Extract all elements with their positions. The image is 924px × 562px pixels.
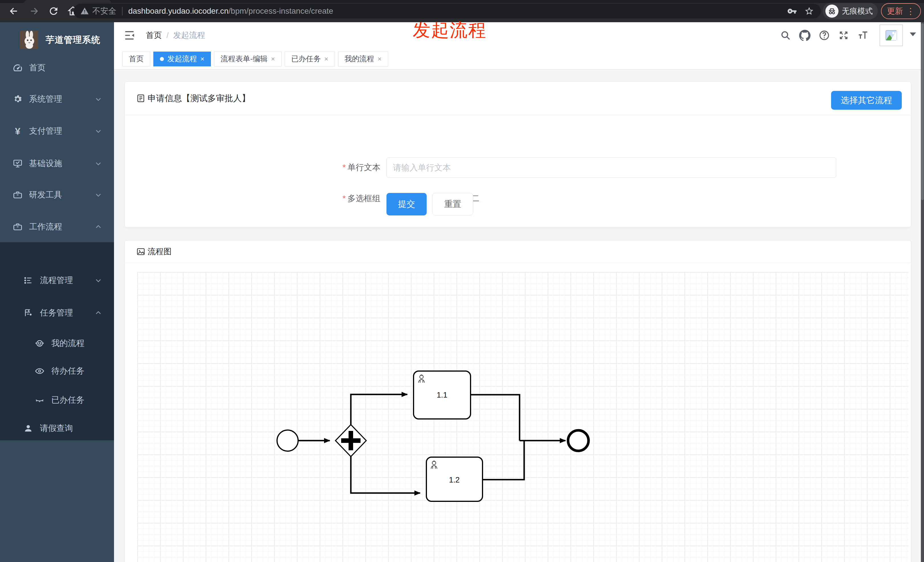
chevron-down-icon xyxy=(94,191,102,199)
close-icon[interactable]: × xyxy=(378,55,382,63)
person-icon xyxy=(23,424,33,433)
sidebar-item-my-process[interactable]: 我的流程 xyxy=(0,329,114,358)
passkey-icon[interactable] xyxy=(787,6,797,16)
reload-icon[interactable] xyxy=(48,5,59,17)
sidebar-item-label: 研发工具 xyxy=(29,189,62,201)
single-line-text-input[interactable] xyxy=(387,157,836,178)
browser-tabstrip xyxy=(0,0,924,3)
sidebar-item-devtools[interactable]: 研发工具 xyxy=(0,180,114,210)
chrome-update-button[interactable]: 更新 ⋮ xyxy=(881,3,921,19)
bookmark-star-icon[interactable] xyxy=(804,6,814,16)
insecure-warning-icon[interactable] xyxy=(80,7,89,15)
flow-gateway-to-task2 xyxy=(351,457,420,493)
close-icon[interactable]: × xyxy=(324,55,328,63)
form-row-text: *单行文本 xyxy=(125,157,836,178)
fullscreen-icon[interactable] xyxy=(838,30,849,41)
broken-image-icon xyxy=(885,29,898,42)
task1-label: 1.1 xyxy=(436,391,447,399)
eye-icon xyxy=(35,366,45,376)
url-bar[interactable]: 不安全 dashboard.yudao.iocoder.cn /bpm/proc… xyxy=(74,4,821,18)
security-label[interactable]: 不安全 xyxy=(92,6,116,16)
tag-my-process[interactable]: 我的流程 × xyxy=(338,52,388,66)
url-divider xyxy=(122,7,123,15)
flow-diagram-card: 流程图 xyxy=(124,240,911,562)
flow-task2-to-join xyxy=(483,441,524,480)
github-icon[interactable] xyxy=(799,30,811,41)
browser-menu-icon[interactable]: ⋮ xyxy=(906,6,915,16)
avatar-dropdown-caret[interactable] xyxy=(910,33,916,36)
face-icon xyxy=(35,339,45,348)
choose-other-process-button[interactable]: 选择其它流程 xyxy=(831,91,902,110)
card-header: 流程图 xyxy=(125,241,911,263)
help-icon[interactable] xyxy=(819,30,830,41)
tags-view: 首页 发起流程 × 流程表单-编辑 × 已办任务 × 我的流程 × xyxy=(114,48,924,69)
task2-label: 1.2 xyxy=(449,476,460,484)
forward-icon[interactable] xyxy=(28,5,40,17)
sidebar-item-label: 待办任务 xyxy=(51,366,84,377)
card-title: 流程图 xyxy=(148,246,172,257)
app-logo-row[interactable]: 芋道管理系统 xyxy=(0,26,114,54)
reset-button[interactable]: 重置 xyxy=(432,193,473,216)
back-icon[interactable] xyxy=(8,5,20,17)
sidebar-item-label: 基础设施 xyxy=(29,158,62,169)
field-label: *单行文本 xyxy=(125,162,381,173)
search-icon[interactable] xyxy=(780,30,791,41)
avatar[interactable] xyxy=(879,24,903,46)
chevron-down-icon xyxy=(94,96,102,103)
update-label[interactable]: 更新 xyxy=(887,6,903,16)
sidebar-item-todo-tasks[interactable]: 待办任务 xyxy=(0,357,114,385)
tag-form-edit[interactable]: 流程表单-编辑 × xyxy=(214,52,282,66)
bpmn-diagram: 1.1 1.2 xyxy=(137,272,622,557)
sidebar-item-done-tasks[interactable]: 已办任务 xyxy=(0,386,114,414)
font-size-icon[interactable] xyxy=(857,30,869,41)
tag-label: 我的流程 xyxy=(345,54,374,64)
sidebar-item-leave-query[interactable]: 请假查询 xyxy=(0,414,114,443)
flow-gateway-to-task1 xyxy=(351,394,407,425)
sidebar-collapse-icon[interactable] xyxy=(123,29,136,42)
url-domain[interactable]: dashboard.yudao.iocoder.cn xyxy=(128,6,229,16)
briefcase-icon xyxy=(12,190,23,200)
tag-start-process[interactable]: 发起流程 × xyxy=(153,52,211,66)
submit-button[interactable]: 提交 xyxy=(387,193,427,216)
chevron-up-icon xyxy=(94,309,102,317)
flow-task1-to-join xyxy=(471,395,520,441)
start-event-node[interactable] xyxy=(277,430,298,451)
scrollbar-thumb[interactable] xyxy=(921,23,924,200)
flag-list-icon xyxy=(23,308,33,318)
sidebar-item-infra[interactable]: 基础设施 xyxy=(0,149,114,178)
sidebar-item-system[interactable]: 系统管理 xyxy=(0,84,114,114)
chevron-down-icon xyxy=(94,127,102,135)
sidebar: 芋道管理系统 首页 系统管理 ¥ 支付管理 基础设施 研发工具 工作流程 流程管… xyxy=(0,22,114,562)
close-icon[interactable]: × xyxy=(200,55,204,63)
card-header: 申请信息【测试多审批人】 选择其它流程 xyxy=(125,82,911,115)
url-path[interactable]: /bpm/process-instance/create xyxy=(229,6,333,16)
sidebar-item-label: 支付管理 xyxy=(29,125,62,137)
sidebar-item-label: 已办任务 xyxy=(51,394,84,406)
close-icon[interactable]: × xyxy=(271,55,275,63)
sidebar-item-payment[interactable]: ¥ 支付管理 xyxy=(0,116,114,146)
sidebar-item-process-mgmt[interactable]: 流程管理 xyxy=(0,266,114,295)
end-event-node[interactable] xyxy=(568,430,588,451)
bpmn-canvas[interactable]: 1.1 1.2 xyxy=(137,272,908,562)
browser-active-tab[interactable] xyxy=(24,0,111,3)
tag-done-tasks[interactable]: 已办任务 × xyxy=(285,52,335,66)
sidebar-item-label: 任务管理 xyxy=(40,307,73,319)
tag-home[interactable]: 首页 xyxy=(122,52,150,66)
sidebar-item-home[interactable]: 首页 xyxy=(0,53,114,82)
incognito-icon xyxy=(825,4,838,18)
breadcrumb-home[interactable]: 首页 xyxy=(146,30,162,41)
chevron-down-icon xyxy=(94,277,102,284)
scrollbar[interactable] xyxy=(921,22,924,562)
sidebar-item-workflow[interactable]: 工作流程 xyxy=(0,212,114,242)
tag-label: 流程表单-编辑 xyxy=(220,54,268,64)
breadcrumb: 首页 / 发起流程 xyxy=(146,22,205,48)
field-label: *多选框组 xyxy=(125,193,381,204)
sidebar-item-label: 工作流程 xyxy=(29,221,62,232)
main-content: 申请信息【测试多审批人】 选择其它流程 *单行文本 *多选框组 选项一 选项二 xyxy=(114,69,921,562)
tag-label: 首页 xyxy=(129,54,144,64)
chevron-down-icon xyxy=(94,160,102,167)
sidebar-item-label: 流程管理 xyxy=(40,275,73,286)
sidebar-item-task-mgmt[interactable]: 任务管理 xyxy=(0,299,114,327)
gateway-plus-icon xyxy=(349,431,353,450)
sidebar-submenu: 流程管理 任务管理 我的流程 待办任务 已办任务 请假查询 xyxy=(0,242,114,440)
